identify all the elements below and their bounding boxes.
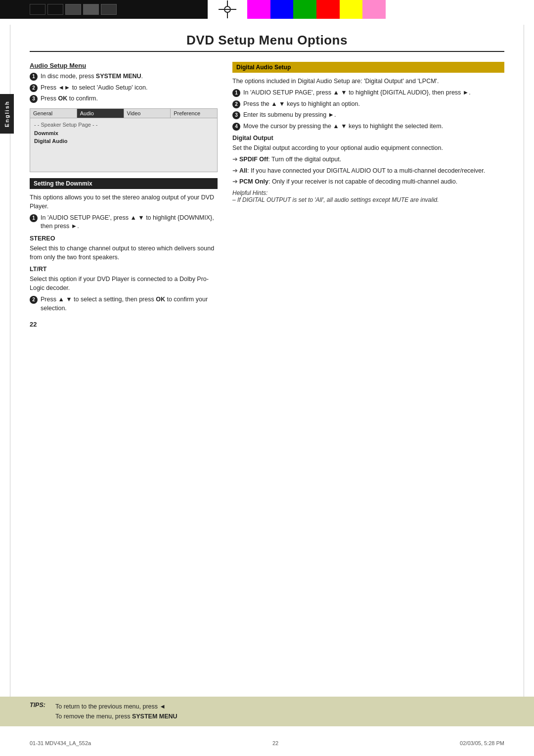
col-audio: Audio <box>77 109 124 118</box>
color-red <box>316 0 340 19</box>
digital-audio-section-header: Digital Audio Setup <box>232 62 504 73</box>
option-spdif-off: ➔ SPDIF Off: Turn off the digital output… <box>232 155 504 164</box>
page-number: 22 <box>30 321 504 328</box>
black-block-1 <box>30 4 45 15</box>
right-column: Digital Audio Setup The options included… <box>232 62 504 317</box>
footer-right: 02/03/05, 5:28 PM <box>460 740 504 746</box>
downmix-step-2-text: Press ▲ ▼ to select a setting, then pres… <box>41 295 218 313</box>
step-2-number: 2 <box>30 84 38 92</box>
downmix-step-2: 2 Press ▲ ▼ to select a setting, then pr… <box>30 295 218 313</box>
digital-audio-steps: 1 In 'AUDIO SETUP PAGE', press ▲ ▼ to hi… <box>232 89 504 131</box>
digital-output-header: Digital Output <box>232 135 504 142</box>
downmix-step-1-number: 1 <box>30 214 38 222</box>
tips-bar: TIPS: To return to the previous menu, pr… <box>0 697 534 726</box>
step-3: 3 Press OK to confirm. <box>30 94 218 103</box>
digital-audio-intro: The options included in Digital Audio Se… <box>232 77 504 86</box>
digital-step-4-text: Move the cursor by pressing the ▲ ▼ keys… <box>243 122 443 131</box>
helpful-hints-note: – If DIGITAL OUTPUT is set to 'All', all… <box>232 196 439 203</box>
footer-left: 01-31 MDV434_LA_552a <box>30 740 91 746</box>
system-menu-bold-1: SYSTEM MENU <box>96 73 141 80</box>
audio-menu-table: General Audio Video Preference - - Speak… <box>30 108 218 172</box>
arrow-icon-3: ➔ <box>232 178 238 187</box>
menu-row-digital-audio: Digital Audio <box>30 137 217 145</box>
audio-setup-steps: 1 In disc mode, press SYSTEM MENU. 2 Pre… <box>30 72 218 103</box>
digital-step-2-number: 2 <box>232 100 240 108</box>
tips-line-1: To return to the previous menu, press ◄ <box>55 702 178 711</box>
digital-output-intro: Set the Digital output according to your… <box>232 143 504 152</box>
col-general: General <box>30 109 77 118</box>
page-title: DVD Setup Menu Options <box>30 33 504 48</box>
menu-table-body: - - Speaker Setup Page - - Downmix Digit… <box>30 118 217 172</box>
col-preference: Preference <box>171 109 217 118</box>
audio-setup-menu-header: Audio Setup Menu <box>30 62 218 69</box>
digital-step-4-number: 4 <box>232 123 240 131</box>
digital-step-3-number: 3 <box>232 111 240 119</box>
title-divider <box>30 51 504 52</box>
digital-step-4: 4 Move the cursor by pressing the ▲ ▼ ke… <box>232 122 504 131</box>
digital-step-1-text: In 'AUDIO SETUP PAGE', press ▲ ▼ to high… <box>243 89 471 97</box>
digital-step-2-text: Press the ▲ ▼ keys to highlight an optio… <box>243 100 360 109</box>
step-1-number: 1 <box>30 73 38 81</box>
color-magenta <box>247 0 270 19</box>
col-video: Video <box>124 109 171 118</box>
crosshair-circle <box>224 6 231 13</box>
menu-row-downmix: Downmix <box>30 129 217 137</box>
menu-table-spacer <box>30 145 217 170</box>
spdif-off-text: : Turn off the digital output. <box>268 156 341 163</box>
top-black-section <box>0 0 208 19</box>
spdif-off-label: SPDIF Off <box>239 156 268 163</box>
option-all: ➔ All: If you have connected your DIGITA… <box>232 167 504 176</box>
step-3-number: 3 <box>30 95 38 103</box>
top-color-bar <box>0 0 534 19</box>
black-block-4 <box>83 4 99 15</box>
arrow-icon-1: ➔ <box>232 155 238 164</box>
stereo-text: Select this to change channel output to … <box>30 244 218 262</box>
downmix-step-1-text: In 'AUDIO SETUP PAGE', press ▲ ▼ to high… <box>41 214 218 231</box>
pcm-only-text: : Only if your receiver is not capable o… <box>268 178 457 185</box>
downmix-step2-list: 2 Press ▲ ▼ to select a setting, then pr… <box>30 295 218 313</box>
all-label: All <box>239 167 247 174</box>
main-content: Audio Setup Menu 1 In disc mode, press S… <box>30 62 504 317</box>
footer: 01-31 MDV434_LA_552a 22 02/03/05, 5:28 P… <box>30 740 504 746</box>
menu-row-speaker: - - Speaker Setup Page - - <box>30 120 217 129</box>
downmix-intro: This options allows you to set the stere… <box>30 193 218 211</box>
tips-content: To return to the previous menu, press ◄ … <box>55 702 178 721</box>
top-right-space <box>386 0 534 19</box>
top-color-blocks <box>247 0 386 19</box>
step-1: 1 In disc mode, press SYSTEM MENU. <box>30 72 218 81</box>
helpful-hints: Helpful Hints: – If DIGITAL OUTPUT is se… <box>232 189 504 203</box>
menu-table-header: General Audio Video Preference <box>30 109 217 118</box>
stereo-header: STEREO <box>30 235 218 242</box>
color-yellow <box>340 0 363 19</box>
crosshair-icon <box>219 0 236 18</box>
downmix-step-2-number: 2 <box>30 296 38 304</box>
arrow-icon-2: ➔ <box>232 167 238 176</box>
left-column: Audio Setup Menu 1 In disc mode, press S… <box>30 62 218 317</box>
digital-step-1: 1 In 'AUDIO SETUP PAGE', press ▲ ▼ to hi… <box>232 89 504 97</box>
color-blue <box>270 0 294 19</box>
system-menu-tips-bold: SYSTEM MENU <box>132 713 178 720</box>
step-2-text: Press ◄► to select 'Audio Setup' icon. <box>41 84 147 93</box>
option-pcm-only: ➔ PCM Only: Only if your receiver is not… <box>232 178 504 187</box>
step-3-text: Press OK to confirm. <box>41 94 98 103</box>
downmix-step1-list: 1 In 'AUDIO SETUP PAGE', press ▲ ▼ to hi… <box>30 214 218 231</box>
footer-center: 22 <box>272 740 278 746</box>
digital-step-3: 3 Enter its submenu by pressing ►. <box>232 111 504 120</box>
digital-step-2: 2 Press the ▲ ▼ keys to highlight an opt… <box>232 100 504 109</box>
black-block-2 <box>47 4 63 15</box>
page-content: DVD Setup Menu Options Audio Setup Menu … <box>0 19 534 343</box>
ok-bold-1: OK <box>58 95 67 102</box>
color-green <box>293 0 316 19</box>
top-crosshair-area <box>208 0 247 19</box>
digital-output-options: ➔ SPDIF Off: Turn off the digital output… <box>232 155 504 187</box>
step-2: 2 Press ◄► to select 'Audio Setup' icon. <box>30 84 218 93</box>
downmix-step-1: 1 In 'AUDIO SETUP PAGE', press ▲ ▼ to hi… <box>30 214 218 231</box>
ok-bold-2: OK <box>156 296 165 303</box>
all-text: : If you have connected your DIGITAL AUD… <box>247 167 485 174</box>
digital-step-1-number: 1 <box>232 89 240 97</box>
ltrt-text: Select this option if your DVD Player is… <box>30 275 218 292</box>
tips-label: TIPS: <box>30 702 45 709</box>
digital-step-3-text: Enter its submenu by pressing ►. <box>243 111 336 120</box>
black-block-5 <box>101 4 117 15</box>
black-block-3 <box>65 4 81 15</box>
